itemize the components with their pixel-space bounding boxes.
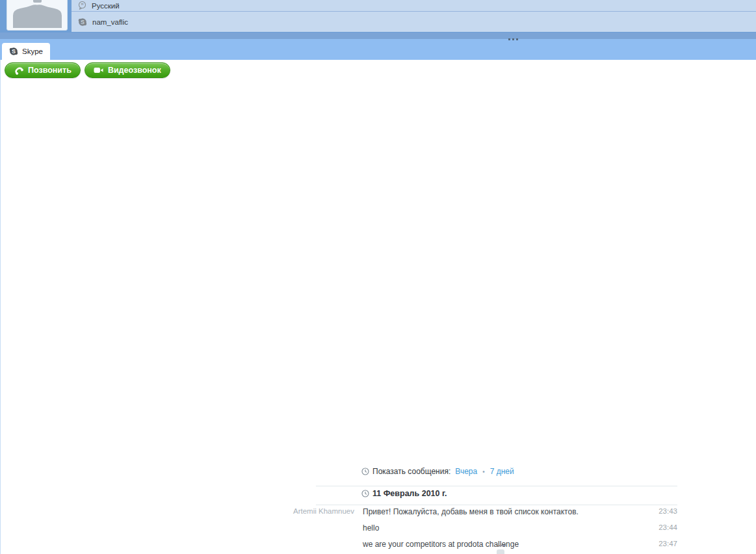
tab-bar: S Skype: [0, 39, 756, 60]
message-author: [0, 523, 354, 523]
skype-icon: S: [78, 18, 87, 27]
clock-icon: [361, 490, 369, 497]
message-row: Artemii Khamnuev Привет! Пожалуйста, доб…: [0, 507, 677, 523]
message-text: hello: [363, 523, 641, 533]
svg-text:S: S: [12, 48, 16, 55]
show-7days-link[interactable]: 7 дней: [490, 467, 514, 476]
message-time: 23:47: [641, 539, 677, 547]
avatar[interactable]: [7, 0, 68, 31]
skype-name-row[interactable]: S nam_vaflic: [72, 11, 756, 32]
skype-tab-icon: S: [9, 47, 18, 56]
message-author: [0, 539, 354, 540]
profile-header: ” Русский S nam_vaflic: [0, 0, 756, 33]
message-time: 23:43: [641, 507, 677, 515]
show-messages-label: Показать сообщения:: [372, 467, 450, 476]
date-header-text: 11 Февраль 2010 г.: [372, 489, 447, 498]
tab-skype[interactable]: S Skype: [2, 43, 50, 60]
phone-icon: [14, 66, 23, 75]
conversation-area: Позвонить Видеозвонок: [0, 60, 756, 554]
message-row: we are your competitors at prodota chall…: [0, 539, 677, 554]
message-text: we are your competitors at prodota chall…: [363, 539, 641, 549]
profile-detail-rows: ” Русский S nam_vaflic: [72, 0, 756, 32]
cutoff-icon-fragment: [497, 549, 504, 554]
link-separator: •: [480, 468, 487, 475]
message-author: Artemii Khamnuev: [0, 507, 354, 515]
message-row: hello 23:44: [0, 523, 677, 539]
message-list: Artemii Khamnuev Привет! Пожалуйста, доб…: [0, 507, 677, 554]
mood-message-text: Русский: [92, 2, 120, 10]
svg-text:S: S: [81, 19, 85, 25]
history-divider: [316, 486, 677, 486]
skype-window: ” Русский S nam_vaflic: [0, 0, 756, 554]
video-call-button-label: Видеозвонок: [108, 66, 161, 75]
avatar-silhouette-icon: [7, 0, 67, 28]
call-toolbar: Позвонить Видеозвонок: [1, 60, 756, 78]
message-time: 23:44: [641, 523, 677, 531]
header-separator-strip: [0, 33, 756, 39]
video-camera-icon: [94, 66, 103, 74]
show-messages-row: Показать сообщения: Вчера • 7 дней: [361, 467, 514, 476]
date-header-row: 11 Февраль 2010 г.: [361, 489, 447, 498]
cutoff-icon-fragment: [497, 545, 506, 546]
svg-text:”: ”: [81, 2, 84, 8]
call-button-label: Позвонить: [28, 66, 72, 75]
message-text: Привет! Пожалуйста, добавь меня в твой с…: [363, 507, 641, 516]
show-yesterday-link[interactable]: Вчера: [455, 467, 477, 476]
history-divider: [316, 505, 677, 505]
mood-message-row[interactable]: ” Русский: [72, 0, 756, 11]
call-button[interactable]: Позвонить: [5, 62, 81, 78]
splitter-handle[interactable]: [508, 38, 519, 41]
speech-bubble-icon: ”: [78, 1, 86, 10]
skype-name-text: nam_vaflic: [92, 18, 128, 26]
video-call-button[interactable]: Видеозвонок: [85, 62, 170, 78]
clock-icon: [361, 468, 369, 475]
tab-label: Skype: [22, 47, 43, 55]
